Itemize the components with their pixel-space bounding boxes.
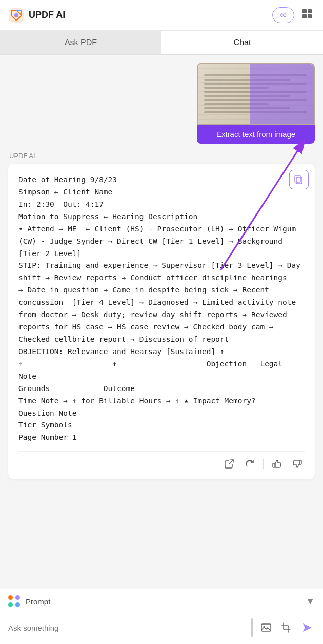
svg-rect-10: [273, 463, 275, 467]
doc-line-5: [204, 91, 307, 93]
prompt-dots-icon: [8, 595, 21, 608]
thumbs-down-button[interactable]: [290, 457, 305, 471]
svg-rect-5: [308, 14, 312, 18]
svg-rect-3: [308, 9, 312, 13]
copy-icon: [294, 174, 304, 185]
doc-line-4: [204, 87, 269, 89]
svg-point-1: [14, 13, 18, 17]
header-actions: ∞: [272, 6, 315, 24]
doc-line-3: [204, 83, 307, 85]
logo: UPDF AI: [8, 7, 65, 24]
external-link-icon: [224, 459, 234, 469]
refresh-icon: [245, 459, 255, 469]
doc-line-6: [204, 95, 290, 97]
crop-tool-button[interactable]: [279, 620, 294, 635]
image-icon: [260, 622, 272, 633]
refresh-button[interactable]: [243, 457, 257, 471]
main-content: Extract text from image UPDF AI Date of …: [0, 55, 323, 558]
svg-rect-12: [261, 624, 271, 631]
grid-button[interactable]: [299, 6, 315, 24]
dot-green: [8, 602, 13, 607]
doc-line-8: [204, 103, 269, 105]
prompt-label: Prompt: [26, 597, 300, 606]
extracted-image: [197, 63, 315, 125]
image-preview: [198, 64, 314, 124]
input-scrollbar: [251, 618, 253, 637]
send-icon: [301, 622, 313, 633]
doc-line-2: [204, 79, 290, 81]
svg-rect-8: [296, 177, 302, 184]
tab-chat[interactable]: Chat: [162, 31, 323, 54]
svg-rect-4: [302, 14, 307, 18]
grid-icon: [301, 8, 313, 19]
send-button[interactable]: [299, 620, 315, 635]
doc-line-10: [204, 111, 307, 113]
copy-button[interactable]: [289, 170, 309, 189]
doc-line-1: [204, 74, 307, 76]
external-link-button[interactable]: [222, 457, 236, 471]
thumbs-up-icon: [272, 459, 282, 469]
action-separator: [263, 459, 264, 469]
response-text: Date of Hearing 9/8/23 Simpson ← Client …: [18, 174, 305, 444]
response-card: Date of Hearing 9/8/23 Simpson ← Client …: [8, 164, 315, 479]
updf-ai-label: UPDF AI: [8, 152, 315, 160]
tab-ask-pdf[interactable]: Ask PDF: [0, 31, 162, 54]
svg-rect-2: [302, 9, 307, 13]
ask-input[interactable]: [8, 623, 246, 632]
dot-blue: [15, 602, 20, 607]
action-row: [18, 451, 305, 471]
dot-orange: [8, 595, 13, 600]
input-row: [0, 613, 323, 644]
updf-logo-icon: [8, 7, 25, 24]
dot-purple: [15, 595, 20, 600]
extract-label: Extract text from image: [197, 125, 315, 144]
thumbs-down-icon: [292, 459, 302, 469]
crop-icon: [281, 622, 292, 633]
extract-card: Extract text from image: [197, 63, 315, 144]
image-upload-button[interactable]: [258, 620, 274, 635]
app-header: UPDF AI ∞: [0, 0, 323, 31]
infinity-button[interactable]: ∞: [272, 7, 294, 23]
prompt-row[interactable]: Prompt ▼: [0, 589, 323, 613]
doc-line-9: [204, 107, 290, 109]
app-title: UPDF AI: [29, 10, 65, 21]
tab-bar: Ask PDF Chat: [0, 31, 323, 55]
chevron-down-icon: ▼: [306, 596, 315, 607]
svg-rect-11: [299, 460, 301, 464]
thumbs-up-button[interactable]: [270, 457, 284, 471]
svg-rect-9: [295, 175, 300, 182]
bottom-bar: Prompt ▼: [0, 589, 323, 644]
doc-line-7: [204, 99, 307, 101]
